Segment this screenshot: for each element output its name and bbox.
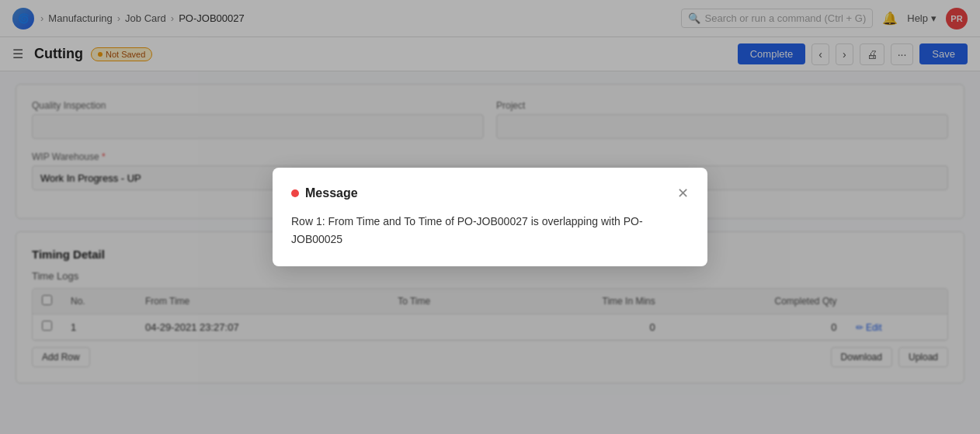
modal-overlay[interactable]: Message ✕ Row 1: From Time and To Time o… bbox=[0, 0, 980, 408]
modal-title-text: Message bbox=[305, 186, 358, 200]
modal-message: Row 1: From Time and To Time of PO-JOB00… bbox=[291, 215, 643, 245]
modal-dot bbox=[291, 189, 299, 197]
modal-close-button[interactable]: ✕ bbox=[677, 186, 689, 200]
modal-title-group: Message bbox=[291, 186, 358, 200]
modal-header: Message ✕ bbox=[291, 186, 689, 200]
message-modal: Message ✕ Row 1: From Time and To Time o… bbox=[273, 168, 707, 266]
modal-body: Row 1: From Time and To Time of PO-JOB00… bbox=[291, 213, 689, 248]
